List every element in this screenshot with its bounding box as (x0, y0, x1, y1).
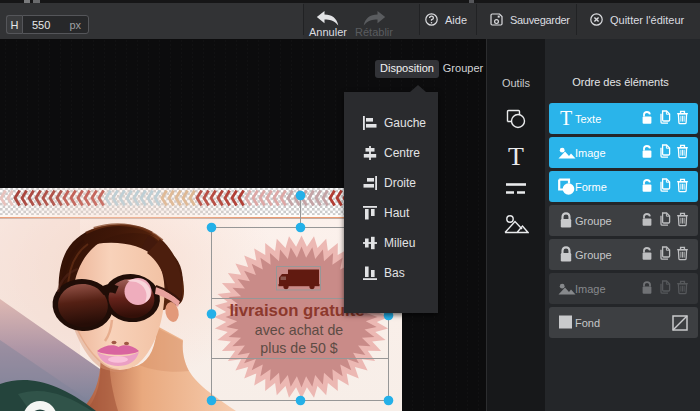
svg-text:T: T (560, 108, 572, 128)
svg-text:avec achat de: avec achat de (255, 322, 343, 338)
svg-text:plus de 50 $: plus de 50 $ (260, 340, 337, 356)
